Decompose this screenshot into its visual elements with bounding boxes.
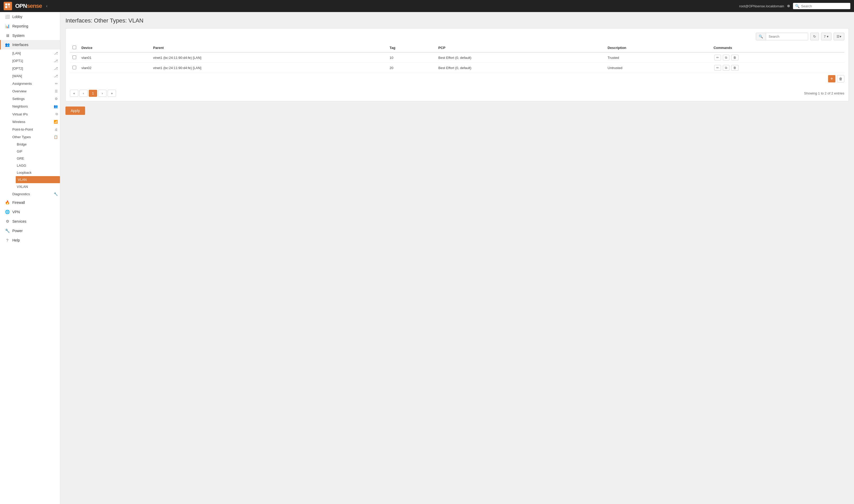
main-layout: ⬜ Lobby 📊 Reporting 🖥 System 👥 Interface… [0,12,854,504]
row1-copy-button[interactable]: ⧉ [723,55,729,60]
row2-pcp: Best Effort (0, default) [435,63,605,73]
row1-device: vlan01 [79,52,150,63]
sidebar-item-loopback[interactable]: Loopback [16,169,60,176]
row2-copy-button[interactable]: ⧉ [723,65,729,71]
sidebar-item-gre[interactable]: GRE [16,155,60,162]
sidebar-item-services[interactable]: ⚙ Services [0,217,60,226]
logo-icon [4,2,12,10]
firewall-icon: 🔥 [5,200,10,205]
row2-edit-button[interactable]: ✏ [714,65,721,71]
table-layout-icon: ☰▾ [836,35,841,38]
neighbors-icon: 👥 [54,104,58,108]
sidebar-item-wireless[interactable]: Wireless 📶 [12,118,60,126]
svg-rect-3 [8,6,10,7]
sidebar-item-neighbors[interactable]: Neighbors 👥 [12,103,60,110]
table-search-group: 🔍 [756,33,808,40]
other-types-icon: 📋 [54,135,58,139]
sidebar-item-settings[interactable]: Settings ⚙ [12,95,60,103]
vpn-label: VPN [12,210,20,214]
sidebar-item-help[interactable]: ? Help [0,235,60,245]
action-row: + 🗑 [70,75,844,83]
power-label: Power [12,229,23,233]
sidebar-item-system[interactable]: 🖥 System [0,31,60,40]
sidebar-item-power[interactable]: 🔧 Power [0,226,60,235]
reporting-label: Reporting [12,24,28,28]
row1-pcp: Best Effort (0, default) [435,52,605,63]
sidebar-item-reporting[interactable]: 📊 Reporting [0,21,60,31]
wireless-icon: 📶 [54,120,58,124]
content-card: 🔍 ↻ 7 ▾ ☰▾ [66,28,849,101]
row2-description: Untrusted [605,63,711,73]
delete-selected-button[interactable]: 🗑 [837,75,844,83]
sidebar-item-virtual-ips[interactable]: Virtual IPs ⧉ [12,110,60,118]
columns-dropdown-icon: ▾ [827,35,829,38]
assignments-label: Assignments [12,82,32,86]
top-search-icon: 🔍 [795,4,800,8]
sidebar-item-gif[interactable]: GIF [16,148,60,155]
sidebar-item-lan[interactable]: [LAN] ⎇ [12,50,60,57]
row1-delete-button[interactable]: 🗑 [731,55,739,60]
row2-delete-button[interactable]: 🗑 [731,65,739,71]
power-icon: 🔧 [5,229,10,233]
col-commands: Commands [711,43,844,52]
top-search-input[interactable] [801,4,848,8]
sidebar-item-bridge[interactable]: Bridge [16,141,60,148]
other-types-submenu: Bridge GIF GRE LAGG Loopback VLAN VXLAN [12,141,60,190]
sidebar-item-wan[interactable]: [WAN] ⎇ [12,72,60,80]
page-last-button[interactable]: » [108,90,116,97]
interfaces-icon: 👥 [5,42,10,47]
sidebar-item-point-to-point[interactable]: Point-to-Point 🖨 [12,126,60,133]
settings-label: Settings [12,97,24,101]
sidebar-item-overview[interactable]: Overview ☰ [12,87,60,95]
page-1-button[interactable]: 1 [89,90,97,97]
sidebar-item-diagnostics[interactable]: Diagnostics 🔧 [12,190,60,198]
sidebar-item-lobby[interactable]: ⬜ Lobby [0,12,60,21]
sidebar-item-assignments[interactable]: Assignments ✏ [12,80,60,87]
sidebar-item-other-types[interactable]: Other Types 📋 [12,133,60,141]
row2-checkbox[interactable] [72,66,76,69]
apply-button[interactable]: Apply [66,107,85,115]
refresh-button[interactable]: ↻ [810,33,819,40]
logo-sense: sense [27,3,42,9]
page-first-button[interactable]: « [70,90,78,97]
row1-checkbox[interactable] [72,55,76,59]
table-layout-button[interactable]: ☰▾ [834,33,844,40]
add-vlan-button[interactable]: + [828,75,835,83]
row1-tag: 10 [387,52,435,63]
table-search-button[interactable]: 🔍 [756,33,766,40]
sidebar-item-interfaces[interactable]: 👥 Interfaces [0,40,60,50]
page-prev-button[interactable]: ‹ [79,90,88,97]
table-search-input[interactable] [766,33,808,40]
vlan-table: Device Parent Tag PCP Description Comman… [70,43,844,73]
assignments-icon: ✏ [55,82,58,86]
row1-edit-button[interactable]: ✏ [714,55,721,60]
reporting-icon: 📊 [5,24,10,29]
collapse-button[interactable]: ‹ [44,3,50,10]
row2-checkbox-cell [70,63,79,73]
overview-label: Overview [12,89,26,93]
sidebar-item-opt1[interactable]: [OPT1] ⎇ [12,57,60,65]
firewall-label: Firewall [12,200,25,205]
point-to-point-icon: 🖨 [54,127,58,131]
page-next-button[interactable]: › [98,90,107,97]
sidebar-item-vlan[interactable]: VLAN [16,176,60,183]
sidebar-item-firewall[interactable]: 🔥 Firewall [0,198,60,207]
pagination-info: Showing 1 to 2 of 2 entries [804,91,844,95]
sidebar-item-vpn[interactable]: 🌐 VPN [0,207,60,217]
top-navigation: OPNsense ‹ root@OPNsense.localdomain 🔍 [0,0,854,12]
col-pcp: PCP [435,43,605,52]
columns-button[interactable]: 7 ▾ [821,33,832,40]
diagnostics-icon: 🔧 [54,192,58,196]
status-indicator [787,5,790,7]
select-all-checkbox[interactable] [72,46,76,49]
select-all-header [70,43,79,52]
sidebar-item-opt2[interactable]: [OPT2] ⎇ [12,65,60,72]
row1-parent: vtnet1 (bc:24:11:90:d4:fe) [LAN] [150,52,387,63]
lan-label: [LAN] [12,51,21,55]
main-content: Interfaces: Other Types: VLAN 🔍 ↻ 7 ▾ ☰▾ [60,12,854,504]
sidebar-item-lagg[interactable]: LAGG [16,162,60,169]
sidebar-item-vxlan[interactable]: VXLAN [16,183,60,190]
opt2-icon: ⎇ [54,67,58,70]
help-label: Help [12,238,20,242]
virtual-ips-label: Virtual IPs [12,112,28,116]
